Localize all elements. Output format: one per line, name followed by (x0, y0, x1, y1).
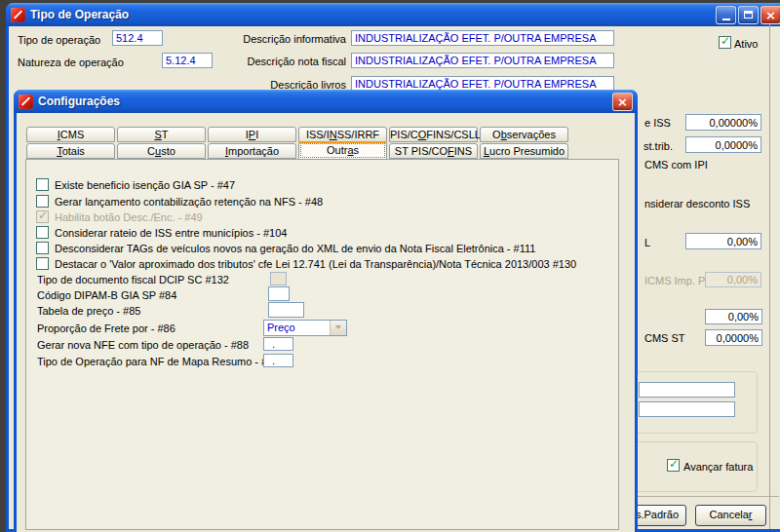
desktop: Tipo de Operação × Tipo de operação Natu… (0, 0, 780, 532)
nova-nfe-label: Gerar nova NFE com tipo de operação - #8… (37, 339, 249, 352)
checkbox-130-label: Destacar o 'Valor aproximado dos tributo… (55, 258, 576, 271)
icms-imp-pr-input (705, 272, 761, 287)
frete-select-value: Preço (264, 321, 330, 335)
frete-label: Proporção de Frete por - #86 (37, 323, 176, 335)
percent-input[interactable] (705, 309, 762, 324)
frete-select[interactable]: Preço (263, 320, 347, 336)
maximize-icon[interactable] (738, 6, 759, 24)
window-title: Tipo de Operação (30, 8, 711, 21)
tabela-preco-input[interactable] (268, 302, 304, 318)
checkbox-111[interactable] (36, 242, 49, 254)
checkbox-47[interactable] (36, 178, 49, 191)
tipo-operacao-label: Tipo de operação (18, 34, 100, 47)
l-label-fragment: L (644, 237, 650, 249)
dcip-label: Tipo de documento fiscal DCIP SC #132 (37, 274, 229, 286)
natureza-operacao-input[interactable] (162, 53, 213, 68)
desc-nota-fiscal-input[interactable] (351, 53, 614, 68)
desc-informativa-label: Descrição informativa (224, 33, 346, 46)
desc-nota-fiscal-label: Descrição nota fiscal (224, 56, 346, 68)
tab-lucro-presumido[interactable]: Lucro Presumido (480, 143, 568, 159)
desconto-iss-label-fragment: nsiderar desconto ISS (644, 198, 750, 210)
tab-st[interactable]: ST (117, 127, 206, 142)
checkbox-130[interactable] (36, 257, 49, 270)
l-percent-input[interactable] (685, 233, 761, 249)
tab-st-pis-cofins[interactable]: ST PIS/COFINS (389, 143, 478, 159)
nova-nfe-input[interactable] (263, 337, 293, 351)
tipo-operacao-input[interactable] (112, 30, 163, 46)
desc-informativa-input[interactable] (351, 30, 614, 46)
icms-st-label-fragment: CMS ST (644, 332, 685, 345)
tab-outras[interactable]: Outras (298, 141, 387, 160)
sttrib-label-fragment: st.trib. (644, 140, 673, 153)
checkbox-49-label: Habilita botão Desc./Enc. - #49 (55, 211, 203, 224)
sttrib-percent-input[interactable] (685, 136, 761, 153)
tabela-preco-label: Tabela de preço - #85 (37, 305, 140, 318)
checkbox-48[interactable] (36, 195, 49, 208)
dialog-title: Configurações (38, 95, 607, 108)
checkbox-48-label: Gerar lançamento contabilização retenção… (55, 196, 323, 209)
tab-iss-inss-irrf[interactable]: ISS/INSS/IRRF (298, 127, 387, 142)
app-icon (19, 95, 33, 109)
tab-importacao[interactable]: Importação (208, 143, 296, 159)
configuracoes-dialog: Configurações × ICMS ST IPI ISS/INSS/IRR… (14, 90, 638, 532)
icms-com-ipi-label-fragment: CMS com IPI (644, 159, 708, 171)
ativo-label: Ativo (734, 38, 758, 51)
tipo-operacao-titlebar[interactable]: Tipo de Operação × (6, 3, 780, 26)
ativo-checkbox[interactable]: ✓ (719, 36, 731, 49)
tab-custo[interactable]: Custo (117, 143, 206, 159)
dropdown-arrow-icon[interactable] (330, 321, 346, 335)
natureza-operacao-label: Natureza de operação (18, 57, 124, 69)
cancelar-button[interactable]: Cancelar (695, 505, 766, 526)
icms-imp-pr-label: ICMS Imp. PR (644, 275, 713, 287)
panel-edge (769, 24, 770, 529)
app-icon (11, 8, 25, 22)
close-icon[interactable]: × (760, 6, 780, 24)
iss-percent-input[interactable] (685, 114, 761, 131)
dcip-input (270, 272, 287, 285)
mapa-resumo-input[interactable] (263, 354, 293, 367)
avancar-fatura-label: Avançar fatura (683, 461, 753, 474)
check-icon: ✓ (669, 457, 679, 471)
tab-icms[interactable]: ICMS (26, 127, 115, 142)
group1-input-2[interactable] (639, 401, 735, 417)
avancar-fatura-checkbox[interactable]: ✓ (667, 459, 680, 472)
mapa-resumo-label: Tipo de Operação para NF de Mapa Resumo … (37, 356, 286, 368)
group1-input-1[interactable] (639, 382, 735, 398)
close-icon[interactable]: × (612, 93, 633, 111)
tab-pis-cofins-csll[interactable]: PIS/COFINS/CSLL (389, 127, 478, 142)
tab-observacoes[interactable]: Observações (480, 127, 568, 142)
check-icon: ✓ (721, 34, 730, 48)
icms-st-percent-input[interactable] (705, 329, 762, 346)
checkbox-111-label: Desconsiderar TAGs de veículos novos na … (55, 243, 535, 255)
dipam-label: Código DIPAM-B GIA SP #84 (37, 289, 176, 302)
minimize-icon[interactable] (716, 6, 736, 24)
tab-totais[interactable]: Totais (26, 143, 115, 159)
checkbox-104-label: Considerar rateio de ISS entre município… (55, 227, 287, 240)
checkbox-47-label: Existe beneficio isenção GIA SP - #47 (55, 179, 235, 192)
checkbox-104[interactable] (36, 226, 49, 239)
tab-ipi[interactable]: IPI (208, 127, 296, 142)
check-icon: ✓ (38, 209, 48, 222)
configuracoes-titlebar[interactable]: Configurações × (14, 90, 638, 113)
iss-label-fragment: e ISS (644, 117, 671, 130)
dipam-input[interactable] (268, 286, 290, 301)
checkbox-49: ✓ (36, 210, 49, 223)
